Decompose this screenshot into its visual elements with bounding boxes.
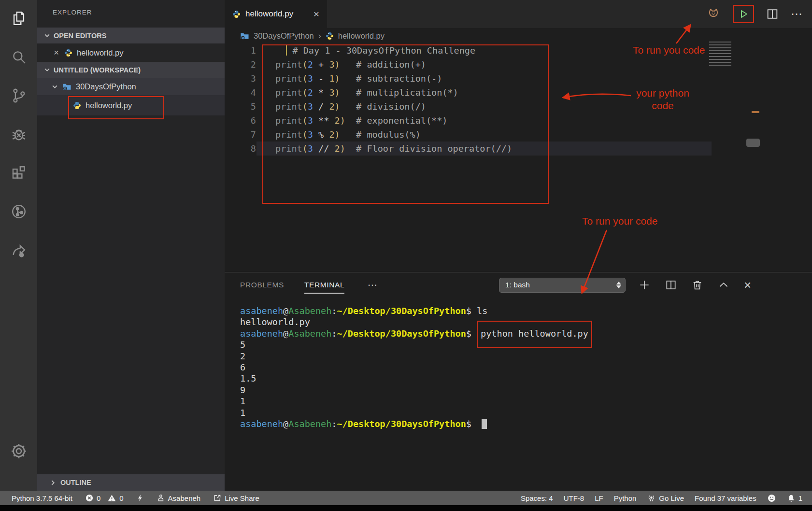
split-terminal-icon[interactable] — [665, 279, 677, 291]
terminal-output-text: 1.5 — [240, 373, 256, 383]
dropdown-arrows-icon — [616, 282, 621, 288]
python-interpreter-item[interactable]: Python 3.7.5 64-bit — [12, 494, 72, 502]
code-line-7[interactable]: 7print(3 % 2) # modulus(%) — [225, 128, 812, 142]
line-number: 7 — [225, 129, 256, 140]
prompt-user: asabeneh — [240, 328, 283, 339]
encoding-item[interactable]: UTF-8 — [564, 494, 584, 502]
python-file-icon — [232, 10, 241, 18]
terminal-line: asabeneh@Asabeneh:~/Desktop/30DaysOfPyth… — [240, 328, 812, 339]
code-line-3[interactable]: 3print(3 - 1) # subtraction(-) — [225, 71, 812, 85]
kill-terminal-icon[interactable] — [691, 279, 703, 291]
section-open-editors[interactable]: OPEN EDITORS — [37, 28, 225, 43]
line-number: 3 — [225, 73, 256, 84]
account-item[interactable]: Asabeneh — [157, 494, 201, 502]
problems-counts-item[interactable]: 0 0 — [85, 494, 124, 503]
editor-toolbar: ⋯ — [706, 0, 803, 28]
python-file-icon — [64, 49, 72, 57]
folder-icon — [240, 32, 249, 40]
maximize-panel-icon[interactable] — [717, 279, 730, 291]
terminal-line: 1 — [240, 396, 812, 407]
tab-close-icon[interactable]: × — [313, 8, 319, 20]
sidebar-explorer: EXPLORER OPEN EDITORS × helloworld.py UN… — [37, 0, 225, 491]
lightning-icon[interactable] — [136, 493, 144, 503]
run-button[interactable] — [733, 5, 754, 23]
code-text: print(3 / 2) # division(/) — [256, 101, 426, 112]
terminal-output[interactable]: asabeneh@Asabeneh:~/Desktop/30DaysOfPyth… — [225, 298, 812, 429]
python-version-label: Python 3.7.5 64-bit — [12, 494, 72, 502]
split-editor-icon[interactable] — [766, 7, 779, 21]
extensions-icon[interactable] — [7, 161, 30, 185]
explorer-icon[interactable] — [7, 7, 30, 30]
git-graph-icon[interactable] — [7, 200, 30, 223]
person-icon — [157, 494, 165, 502]
tab-terminal[interactable]: TERMINAL — [304, 281, 344, 294]
code-line-6[interactable]: 6print(3 ** 2) # exponential(**) — [225, 114, 812, 128]
warning-icon — [107, 494, 116, 503]
share-icon[interactable] — [7, 239, 30, 262]
settings-gear-icon[interactable] — [0, 440, 37, 463]
language-mode-item[interactable]: Python — [614, 494, 637, 502]
panel-more-icon[interactable]: ⋯ — [368, 279, 378, 291]
notifications-bell-item[interactable]: 1 — [787, 494, 802, 503]
tab-helloworld[interactable]: helloworld.py × — [225, 0, 327, 28]
terminal-line: 1 — [240, 407, 812, 418]
close-icon[interactable]: × — [54, 47, 59, 58]
file-name-label: helloworld.py — [85, 101, 132, 110]
section-workspace[interactable]: UNTITLED (WORKSPACE) — [37, 62, 225, 78]
indentation-item[interactable]: Spaces: 4 — [521, 494, 553, 502]
live-share-item[interactable]: Live Share — [213, 494, 259, 502]
new-terminal-icon[interactable] — [638, 279, 651, 291]
terminal-output-text: 2 — [240, 351, 245, 361]
cat-icon[interactable] — [706, 6, 721, 22]
chevron-down-icon — [44, 67, 50, 73]
go-live-item[interactable]: Go Live — [647, 494, 684, 503]
bottom-panel: PROBLEMS TERMINAL ⋯ 1: bash — [225, 272, 812, 491]
search-icon[interactable] — [7, 45, 30, 69]
source-control-icon[interactable] — [7, 84, 30, 107]
prompt-host: Asabeneh — [288, 328, 331, 339]
code-line-4[interactable]: 4print(2 * 3) # multiplication(*) — [225, 85, 812, 99]
chevron-down-icon — [44, 32, 50, 39]
variables-item[interactable]: Found 37 variables — [695, 494, 756, 502]
warning-count: 0 — [119, 494, 123, 502]
tree-folder-30daysofpython[interactable]: 30DaysOfPython — [37, 78, 225, 95]
open-editors-label: OPEN EDITORS — [54, 32, 106, 40]
code-line-8[interactable]: 8print(3 // 2) # Floor division operator… — [225, 142, 812, 156]
shell-selector-dropdown[interactable]: 1: bash — [499, 278, 626, 293]
code-text: print(3 // 2) # Floor division operator(… — [256, 143, 512, 154]
debug-icon[interactable] — [7, 123, 30, 146]
line-number: 4 — [225, 87, 256, 98]
breadcrumb-file[interactable]: helloworld.py — [338, 31, 385, 41]
open-editor-file-label: helloworld.py — [77, 48, 123, 57]
tab-title: helloworld.py — [245, 9, 293, 19]
close-panel-icon[interactable]: × — [744, 278, 751, 293]
notification-count: 1 — [798, 494, 802, 502]
terminal-line: 2 — [240, 351, 812, 362]
folder-name-label: 30DaysOfPython — [76, 82, 136, 91]
shell-selector-value: 1: bash — [505, 281, 530, 289]
feedback-smiley-icon[interactable] — [767, 494, 776, 503]
folder-icon — [62, 83, 71, 91]
breadcrumb-folder[interactable]: 30DaysOfPython — [254, 31, 314, 41]
more-actions-icon[interactable]: ⋯ — [791, 7, 803, 21]
minimap[interactable] — [709, 42, 731, 66]
code-text: # Day 1 - 30DaysOfPython Challenge — [256, 45, 475, 56]
tree-file-helloworld[interactable]: helloworld.py — [37, 95, 225, 115]
tab-bar: helloworld.py × ⋯ — [225, 0, 812, 28]
window-bottom-edge — [0, 505, 812, 511]
variables-label: Found 37 variables — [695, 494, 756, 502]
language-label: Python — [614, 494, 637, 502]
line-number: 2 — [225, 59, 256, 70]
code-line-5[interactable]: 5print(3 / 2) # division(/) — [225, 99, 812, 114]
section-outline[interactable]: OUTLINE — [37, 474, 225, 491]
outline-label: OUTLINE — [60, 479, 91, 486]
tab-problems[interactable]: PROBLEMS — [240, 281, 284, 289]
prompt-host: Asabeneh — [288, 419, 331, 429]
terminal-output-text: 9 — [240, 385, 245, 395]
eol-item[interactable]: LF — [595, 494, 603, 502]
eol-label: LF — [595, 494, 603, 502]
open-editor-item[interactable]: × helloworld.py — [37, 43, 225, 62]
scrollbar-slider[interactable] — [746, 139, 760, 147]
code-text: print(3 ** 2) # exponential(**) — [256, 115, 447, 126]
error-count: 0 — [97, 494, 100, 502]
